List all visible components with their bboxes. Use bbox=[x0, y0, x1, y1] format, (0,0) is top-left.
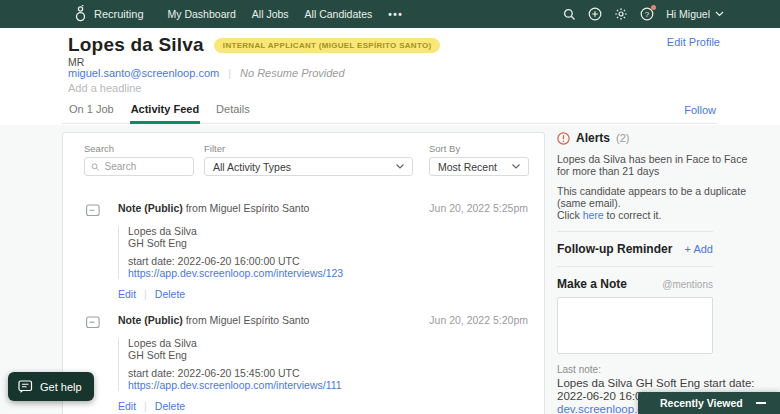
search-input[interactable] bbox=[105, 161, 187, 172]
note-type: Note (Public) bbox=[118, 202, 183, 214]
recently-viewed-panel[interactable]: Recently Viewed bbox=[638, 392, 780, 414]
candidate-header: Lopes da Silva INTERNAL APPLICANT (MIGUE… bbox=[0, 28, 780, 97]
note-item: Note (Public) from Miguel Espírito Santo… bbox=[86, 314, 528, 412]
action-separator: | bbox=[144, 288, 147, 300]
note-title-wrap: Note (Public) from Miguel Espírito Santo bbox=[118, 314, 309, 326]
sort-by-select[interactable]: Most Recent bbox=[429, 157, 529, 176]
alert-icon bbox=[557, 132, 570, 145]
search-label: Search bbox=[84, 143, 114, 154]
recently-viewed-title: Recently Viewed bbox=[660, 397, 743, 409]
followup-title: Follow-up Reminder bbox=[557, 242, 672, 256]
search-box[interactable] bbox=[84, 157, 194, 176]
activity-feed-card: Search Filter All Activity Types Sort By… bbox=[62, 132, 545, 414]
settings-gear-icon[interactable] bbox=[614, 7, 628, 21]
note-edit-link[interactable]: Edit bbox=[118, 400, 136, 412]
note-header: Note (Public) from Miguel Espírito Santo… bbox=[86, 202, 528, 221]
user-menu[interactable]: Hi Miguel bbox=[666, 8, 724, 20]
add-icon[interactable] bbox=[588, 7, 602, 21]
sidebar-divider bbox=[557, 266, 713, 267]
more-menu-icon[interactable]: ••• bbox=[388, 9, 403, 20]
note-from: from bbox=[186, 202, 207, 214]
get-help-button[interactable]: Get help bbox=[8, 372, 94, 401]
mentions-hint: @mentions bbox=[662, 279, 713, 290]
activity-type-select[interactable]: All Activity Types bbox=[204, 157, 413, 176]
notification-dot bbox=[651, 5, 656, 10]
note-from: from bbox=[186, 314, 207, 326]
note-delete-link[interactable]: Delete bbox=[155, 288, 185, 300]
chat-bubble-icon bbox=[18, 380, 33, 394]
svg-text:?: ? bbox=[645, 10, 650, 19]
note-start-date: start date: 2022-06-20 16:00:00 UTC bbox=[128, 256, 528, 268]
alert-click-prefix: Click bbox=[557, 209, 580, 221]
tab-on-1-job[interactable]: On 1 Job bbox=[68, 96, 115, 124]
search-input-icon bbox=[91, 162, 100, 172]
tabs: On 1 Job Activity Feed Details bbox=[68, 96, 251, 124]
interview-link[interactable]: https://app.dev.screenloop.com/interview… bbox=[128, 268, 343, 280]
nav-item-all-candidates[interactable]: All Candidates bbox=[305, 8, 373, 20]
edit-profile-link[interactable]: Edit Profile bbox=[667, 36, 720, 48]
contact-separator: | bbox=[228, 67, 231, 79]
sort-by-label: Sort By bbox=[429, 143, 460, 154]
alert-message-2-text: This candidate appears to be a duplicate… bbox=[557, 185, 746, 209]
note-icon bbox=[86, 203, 100, 221]
nav-right-group: ? Hi Miguel bbox=[563, 7, 724, 21]
note-date: Jun 20, 2022 5:20pm bbox=[429, 314, 528, 326]
note-type: Note (Public) bbox=[118, 314, 183, 326]
nav-item-my-dashboard[interactable]: My Dashboard bbox=[168, 8, 236, 20]
nav-item-all-jobs[interactable]: All Jobs bbox=[252, 8, 289, 20]
tab-activity-feed[interactable]: Activity Feed bbox=[130, 96, 200, 124]
correct-duplicate-link[interactable]: here bbox=[583, 209, 604, 221]
note-author: Miguel Espírito Santo bbox=[210, 314, 310, 326]
note-date: Jun 20, 2022 5:25pm bbox=[429, 202, 528, 214]
note-icon bbox=[86, 315, 100, 333]
alerts-title: Alerts bbox=[576, 131, 610, 145]
nav-items: My Dashboard All Jobs All Candidates bbox=[168, 8, 373, 20]
interview-link[interactable]: https://app.dev.screenloop.com/interview… bbox=[128, 380, 342, 392]
notes-list: Note (Public) from Miguel Espírito Santo… bbox=[63, 189, 544, 414]
make-note-textarea[interactable] bbox=[557, 297, 713, 354]
alert-message-1: Lopes da Silva has been in Face to Face … bbox=[557, 153, 760, 177]
sidebar-divider bbox=[557, 231, 713, 232]
minimize-icon[interactable] bbox=[756, 402, 766, 404]
note-body-line: GH Soft Eng bbox=[128, 238, 528, 250]
filter-label: Filter bbox=[204, 143, 225, 154]
note-edit-link[interactable]: Edit bbox=[118, 288, 136, 300]
alert-click-suffix: to correct it. bbox=[607, 209, 662, 221]
sort-by-value: Most Recent bbox=[438, 161, 497, 173]
brand-group[interactable]: Recruiting bbox=[75, 5, 144, 23]
right-sidebar: Alerts (2) Lopes da Silva has been in Fa… bbox=[557, 131, 760, 414]
greenhouse-logo-icon bbox=[75, 5, 86, 23]
user-greeting: Hi Miguel bbox=[666, 8, 710, 20]
note-body: Lopes da Silva GH Soft Eng start date: 2… bbox=[118, 226, 528, 279]
add-reminder-link[interactable]: + Add bbox=[685, 243, 713, 255]
alerts-header: Alerts (2) bbox=[557, 131, 760, 145]
get-help-label: Get help bbox=[40, 381, 82, 393]
note-delete-link[interactable]: Delete bbox=[155, 400, 185, 412]
candidate-email-link[interactable]: miguel.santo@screenloop.com bbox=[68, 67, 219, 79]
alert-message-2: This candidate appears to be a duplicate… bbox=[557, 185, 760, 221]
action-separator: | bbox=[144, 400, 147, 412]
followup-row: Follow-up Reminder + Add bbox=[557, 242, 713, 256]
add-headline-field[interactable]: Add a headline bbox=[68, 82, 141, 94]
last-note-label: Last note: bbox=[557, 364, 760, 375]
select-caret-icon bbox=[396, 164, 404, 169]
search-icon[interactable] bbox=[563, 8, 576, 21]
note-body-line: Lopes da Silva bbox=[128, 338, 528, 350]
note-start-date: start date: 2022-06-20 15:45:00 UTC bbox=[128, 368, 528, 380]
note-body-line: Lopes da Silva bbox=[128, 226, 528, 238]
contact-row: miguel.santo@screenloop.com | No Resume … bbox=[68, 67, 345, 79]
follow-link[interactable]: Follow bbox=[684, 104, 716, 116]
note-header: Note (Public) from Miguel Espírito Santo… bbox=[86, 314, 528, 333]
name-row: Lopes da Silva INTERNAL APPLICANT (MIGUE… bbox=[68, 34, 440, 56]
tab-bar: On 1 Job Activity Feed Details Follow bbox=[62, 96, 718, 124]
tab-details[interactable]: Details bbox=[215, 96, 251, 124]
internal-applicant-badge: INTERNAL APPLICANT (MIGUEL ESPÍRITO SANT… bbox=[214, 38, 441, 53]
make-note-title: Make a Note bbox=[557, 277, 627, 291]
help-icon[interactable]: ? bbox=[640, 7, 654, 21]
note-body-line: GH Soft Eng bbox=[128, 350, 528, 362]
make-note-row: Make a Note @mentions bbox=[557, 277, 713, 291]
feed-filter-bar: Search Filter All Activity Types Sort By… bbox=[63, 133, 544, 189]
candidate-name: Lopes da Silva bbox=[68, 34, 204, 56]
alerts-count: (2) bbox=[616, 132, 629, 144]
resume-status: No Resume Provided bbox=[240, 67, 345, 79]
